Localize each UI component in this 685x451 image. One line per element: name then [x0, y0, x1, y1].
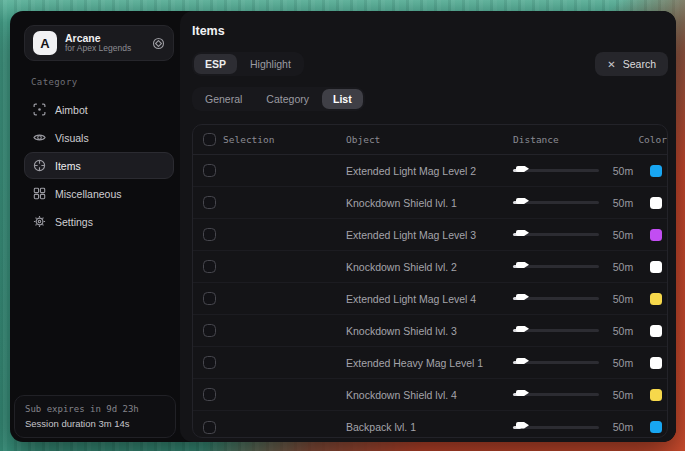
- slider-handle[interactable]: [516, 422, 529, 429]
- sidebar-item-label: Miscellaneous: [55, 188, 122, 200]
- visuals-icon: [33, 131, 46, 144]
- distance-value: 50m: [613, 197, 633, 209]
- slider-handle[interactable]: [516, 326, 529, 333]
- object-name: Knockdown Shield lvl. 4: [346, 389, 513, 401]
- target-badge-icon[interactable]: [152, 37, 165, 50]
- color-swatch[interactable]: [650, 261, 662, 273]
- color-swatch[interactable]: [650, 197, 662, 209]
- distance-value: 50m: [613, 357, 633, 369]
- header-distance: Distance: [513, 134, 603, 145]
- session-duration: Session duration 3m 14s: [25, 418, 165, 429]
- slider-handle[interactable]: [516, 358, 529, 365]
- table-row: Extended Light Mag Level 250m: [193, 155, 667, 187]
- page-title: Items: [192, 24, 668, 38]
- distance-value: 50m: [613, 421, 633, 433]
- row-checkbox[interactable]: [203, 388, 216, 401]
- distance-slider[interactable]: [513, 393, 599, 396]
- distance-slider[interactable]: [513, 329, 599, 332]
- row-checkbox[interactable]: [203, 260, 216, 273]
- session-info-card: Sub expires in 9d 23h Session duration 3…: [14, 395, 176, 438]
- table-row: Knockdown Shield lvl. 250m: [193, 251, 667, 283]
- distance-slider[interactable]: [513, 426, 599, 429]
- tab-esp[interactable]: ESP: [194, 54, 237, 74]
- slider-handle[interactable]: [516, 294, 529, 301]
- color-swatch[interactable]: [650, 293, 662, 305]
- row-checkbox[interactable]: [203, 421, 216, 434]
- row-checkbox[interactable]: [203, 228, 216, 241]
- sidebar-item-label: Aimbot: [55, 104, 88, 116]
- settings-icon: [33, 215, 46, 228]
- tab-category[interactable]: Category: [255, 89, 320, 109]
- slider-handle[interactable]: [516, 390, 529, 397]
- color-swatch[interactable]: [650, 165, 662, 177]
- table-row: Extended Light Mag Level 450m: [193, 283, 667, 315]
- sidebar-item-label: Visuals: [55, 132, 89, 144]
- row-checkbox[interactable]: [203, 164, 216, 177]
- color-swatch[interactable]: [650, 357, 662, 369]
- items-icon: [33, 159, 46, 172]
- app-window: A Arcane for Apex Legends Category Aimbo…: [10, 11, 676, 442]
- distance-slider[interactable]: [513, 169, 599, 172]
- object-name: Extended Light Mag Level 3: [346, 229, 513, 241]
- header-object: Object: [346, 134, 513, 145]
- mode-tabs: ESP Highlight: [192, 52, 304, 76]
- row-checkbox[interactable]: [203, 324, 216, 337]
- slider-handle[interactable]: [516, 166, 529, 173]
- row-checkbox[interactable]: [203, 356, 216, 369]
- row-checkbox[interactable]: [203, 292, 216, 305]
- tab-general[interactable]: General: [194, 89, 253, 109]
- sidebar-item-items[interactable]: Items: [24, 152, 174, 179]
- slider-handle[interactable]: [516, 230, 529, 237]
- distance-slider[interactable]: [513, 297, 599, 300]
- distance-slider[interactable]: [513, 201, 599, 204]
- table-row: Knockdown Shield lvl. 150m: [193, 187, 667, 219]
- object-name: Knockdown Shield lvl. 1: [346, 197, 513, 209]
- header-color: Color: [638, 134, 668, 145]
- header-selection: Selection: [223, 134, 346, 145]
- distance-slider[interactable]: [513, 233, 599, 236]
- row-checkbox[interactable]: [203, 196, 216, 209]
- color-swatch[interactable]: [650, 421, 662, 433]
- sidebar-item-miscellaneous[interactable]: Miscellaneous: [24, 180, 174, 207]
- slider-handle[interactable]: [516, 262, 529, 269]
- tab-highlight[interactable]: Highlight: [239, 54, 302, 74]
- sidebar-item-visuals[interactable]: Visuals: [24, 124, 174, 151]
- x-icon: ✕: [607, 59, 615, 70]
- select-all-checkbox[interactable]: [203, 133, 216, 146]
- tab-list[interactable]: List: [322, 89, 363, 109]
- sidebar-item-aimbot[interactable]: Aimbot: [24, 96, 174, 123]
- table-row: Knockdown Shield lvl. 350m: [193, 315, 667, 347]
- table-header-row: Selection Object Distance Color: [193, 125, 667, 155]
- color-swatch[interactable]: [650, 389, 662, 401]
- color-swatch[interactable]: [650, 229, 662, 241]
- table-body: Extended Light Mag Level 250mKnockdown S…: [193, 155, 667, 438]
- main-panel: Items ESP Highlight ✕ Search General Cat…: [180, 11, 676, 442]
- object-name: Knockdown Shield lvl. 3: [346, 325, 513, 337]
- slider-handle[interactable]: [516, 198, 529, 205]
- distance-value: 50m: [613, 229, 633, 241]
- distance-value: 50m: [613, 325, 633, 337]
- sidebar-nav: AimbotVisualsItemsMiscellaneousSettings: [24, 96, 174, 235]
- app-subtitle: for Apex Legends: [65, 44, 131, 54]
- table-row: Backpack lvl. 150m: [193, 411, 667, 438]
- items-table: Selection Object Distance Color Extended…: [192, 124, 668, 438]
- aimbot-icon: [33, 103, 46, 116]
- app-logo-letter: A: [40, 36, 49, 51]
- object-name: Backpack lvl. 1: [346, 421, 513, 433]
- color-swatch[interactable]: [650, 325, 662, 337]
- sidebar-item-label: Items: [55, 160, 81, 172]
- distance-value: 50m: [613, 293, 633, 305]
- distance-slider[interactable]: [513, 361, 599, 364]
- object-name: Knockdown Shield lvl. 2: [346, 261, 513, 273]
- sidebar: A Arcane for Apex Legends Category Aimbo…: [10, 11, 180, 442]
- distance-slider[interactable]: [513, 265, 599, 268]
- table-row: Extended Light Mag Level 350m: [193, 219, 667, 251]
- table-row: Extended Heavy Mag Level 150m: [193, 347, 667, 379]
- distance-value: 50m: [613, 165, 633, 177]
- table-row: Knockdown Shield lvl. 450m: [193, 379, 667, 411]
- category-label: Category: [31, 77, 174, 87]
- search-button[interactable]: ✕ Search: [595, 52, 668, 76]
- sidebar-item-settings[interactable]: Settings: [24, 208, 174, 235]
- view-tabs: General Category List: [192, 87, 365, 111]
- brand-card: A Arcane for Apex Legends: [24, 25, 174, 61]
